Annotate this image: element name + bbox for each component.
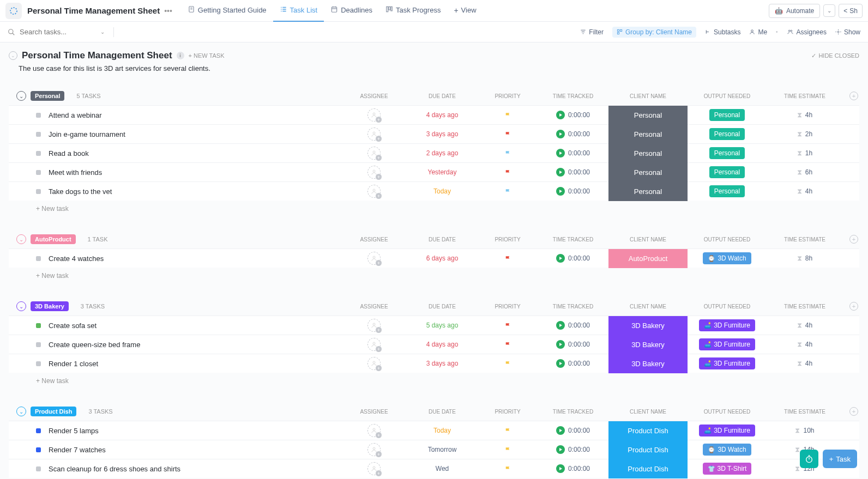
automate-dropdown[interactable]: ⌄ [823,4,835,17]
col-due-date[interactable]: DUE DATE [407,304,478,310]
time-estimate[interactable]: 4h [805,187,812,195]
task-row[interactable]: Join e-game tournament 3 days ago 0:00:0… [9,124,859,143]
play-button[interactable] [556,340,565,349]
output-badge[interactable]: Personal [709,147,745,159]
assignees-button[interactable]: Assignees [787,28,827,36]
group-badge[interactable]: Product Dish [31,407,76,416]
output-badge[interactable]: Personal [709,166,745,178]
assignee-add[interactable] [367,462,381,475]
flag-icon[interactable] [504,150,511,157]
play-button[interactable] [556,426,565,435]
due-date[interactable]: Today [433,427,451,434]
play-button[interactable] [556,130,565,138]
chevron-down-icon[interactable]: ⌄ [100,29,105,35]
status-square[interactable] [36,256,41,261]
flag-icon[interactable] [504,446,511,453]
time-estimate[interactable]: 4h [805,360,812,367]
add-column-button[interactable]: + [849,407,858,416]
task-name[interactable]: Meet with friends [49,168,102,177]
assignee-add[interactable] [367,443,381,456]
assignee-add[interactable] [367,338,381,351]
task-row[interactable]: Scan cleanup for 6 dress shoes and shirt… [9,459,859,478]
task-name[interactable]: Take dogs to the vet [49,187,112,196]
col-assignee[interactable]: ASSIGNEE [341,304,407,310]
task-name[interactable]: Create sofa set [49,322,97,330]
col-client-name[interactable]: CLIENT NAME [608,409,688,415]
client-badge[interactable]: Product Dish [608,421,688,440]
task-name[interactable]: Render 1 closet [49,360,98,368]
client-badge[interactable]: 3D Bakery [608,354,688,373]
status-square[interactable] [36,170,41,175]
flag-icon[interactable] [504,360,511,367]
play-button[interactable] [556,254,565,263]
add-column-button[interactable]: + [849,92,858,100]
filter-button[interactable]: Filter [580,28,604,36]
col-due-date[interactable]: DUE DATE [407,93,478,99]
assignee-add[interactable] [367,252,381,265]
assignee-add[interactable] [367,166,381,179]
col-time-tracked[interactable]: TIME TRACKED [538,409,608,415]
output-badge[interactable]: 👕3D T-Shirt [703,463,752,475]
task-row[interactable]: Render 1 closet 3 days ago 0:00:00 3D Ba… [9,354,859,373]
output-badge[interactable]: Personal [709,185,745,197]
time-estimate[interactable]: 6h [805,168,812,176]
tab-task-progress[interactable]: Task Progress [379,0,447,22]
status-square[interactable] [36,447,41,452]
col-priority[interactable]: PRIORITY [478,409,538,415]
client-badge[interactable]: Personal [608,144,688,163]
group-toggle[interactable]: ⌄ [16,301,26,311]
col-assignee[interactable]: ASSIGNEE [341,237,407,242]
status-square[interactable] [36,361,41,366]
status-square[interactable] [36,113,41,118]
new-task-row[interactable]: + New task [9,373,859,393]
more-menu[interactable]: ••• [164,7,172,15]
task-name[interactable]: Render 5 lamps [49,427,99,435]
due-date[interactable]: Today [433,187,451,195]
flag-icon[interactable] [504,465,511,472]
new-task-row[interactable]: + New task [9,201,859,221]
add-column-button[interactable]: + [849,302,858,311]
task-row[interactable]: Create 4 watches 6 days ago 0:00:00 Auto… [9,248,859,268]
new-task-row[interactable]: + New task [9,268,859,288]
task-row[interactable]: Attend a webinar 4 days ago 0:00:00 Pers… [9,105,859,124]
status-square[interactable] [36,342,41,347]
play-button[interactable] [556,445,565,454]
status-square[interactable] [36,151,41,156]
col-output-needed[interactable]: OUTPUT NEEDED [688,304,767,310]
task-name[interactable]: Read a book [49,149,89,157]
due-date[interactable]: 3 days ago [426,360,459,367]
play-button[interactable] [556,187,565,196]
play-button[interactable] [556,111,565,119]
col-assignee[interactable]: ASSIGNEE [341,93,407,99]
new-task-header-button[interactable]: + NEW TASK [189,52,225,59]
client-badge[interactable]: 3D Bakery [608,316,688,335]
play-button[interactable] [556,149,565,157]
col-due-date[interactable]: DUE DATE [407,409,478,415]
assignee-add[interactable] [367,424,381,437]
assignee-add[interactable] [367,108,381,122]
search-input-wrap[interactable]: ⌄ [8,28,105,36]
client-badge[interactable]: AutoProduct [608,249,688,268]
col-client-name[interactable]: CLIENT NAME [608,237,688,242]
me-button[interactable]: Me [749,28,767,36]
task-row[interactable]: Create queen-size bed frame 4 days ago 0… [9,335,859,354]
client-badge[interactable]: 3D Bakery [608,335,688,354]
share-button[interactable]: < Sh [839,4,863,18]
col-client-name[interactable]: CLIENT NAME [608,93,688,99]
output-badge[interactable]: Personal [709,128,745,140]
flag-icon[interactable] [504,255,511,262]
client-badge[interactable]: Product Dish [608,459,688,478]
add-column-button[interactable]: + [849,235,858,244]
task-row[interactable]: Read a book 2 days ago 0:00:00 Personal [9,143,859,162]
client-badge[interactable]: Personal [608,163,688,182]
col-output-needed[interactable]: OUTPUT NEEDED [688,237,767,242]
task-row[interactable]: Take dogs to the vet Today 0:00:00 Perso… [9,181,859,201]
output-badge[interactable]: 🛋️3D Furniture [699,425,755,436]
status-square[interactable] [36,466,41,471]
hide-closed-button[interactable]: ✓ HIDE CLOSED [811,52,859,59]
col-time-tracked[interactable]: TIME TRACKED [538,237,608,242]
task-name[interactable]: Attend a webinar [49,111,102,119]
show-button[interactable]: Show [835,28,860,36]
due-date[interactable]: Tomorrow [428,446,457,453]
output-badge[interactable]: 🛋️3D Furniture [699,338,755,350]
